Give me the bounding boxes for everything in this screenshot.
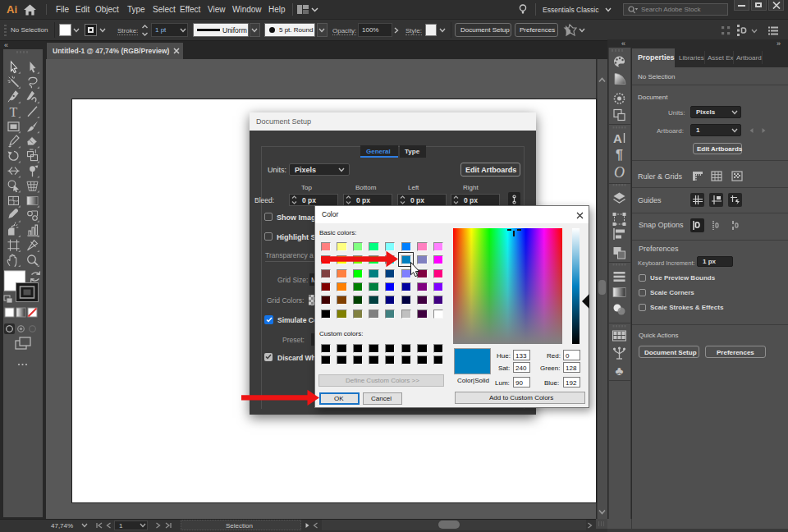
svg-text:♣: ♣ [616,364,624,378]
svg-text:A: A [613,131,622,145]
svg-text:¶: ¶ [616,148,623,162]
svg-text:T: T [10,105,18,119]
svg-text:O: O [614,164,625,181]
